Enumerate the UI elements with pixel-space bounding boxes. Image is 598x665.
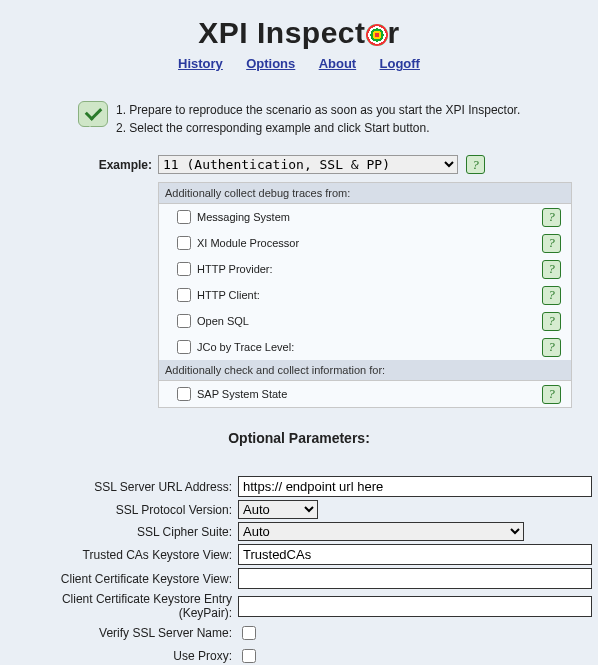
- client-ks-entry-input[interactable]: [238, 596, 592, 617]
- info-header: Additionally check and collect informati…: [159, 360, 571, 381]
- debug-item-label: XI Module Processor: [197, 237, 299, 249]
- debug-header: Additionally collect debug traces from:: [159, 183, 571, 204]
- nav-options[interactable]: Options: [246, 56, 295, 71]
- debug-item-row: HTTP Provider:?: [159, 256, 571, 282]
- info-item-label: SAP System State: [197, 388, 287, 400]
- debug-item-label: JCo by Trace Level:: [197, 341, 294, 353]
- debug-item-label: HTTP Client:: [197, 289, 260, 301]
- debug-item-checkbox[interactable]: [177, 262, 191, 276]
- help-icon[interactable]: ?: [466, 155, 485, 174]
- nav-history[interactable]: History: [178, 56, 223, 71]
- example-label: Example:: [6, 158, 158, 172]
- intro-line2: 2. Select the corresponding example and …: [116, 119, 520, 137]
- debug-item-row: Open SQL?: [159, 308, 571, 334]
- verify-checkbox[interactable]: [242, 626, 256, 640]
- client-ks-view-input[interactable]: [238, 568, 592, 589]
- target-icon: [366, 24, 388, 46]
- help-icon[interactable]: ?: [542, 234, 561, 253]
- debug-item-label: Open SQL: [197, 315, 249, 327]
- debug-item-checkbox[interactable]: [177, 340, 191, 354]
- intro-block: 1. Prepare to reproduce the scenario as …: [78, 101, 572, 137]
- help-icon[interactable]: ?: [542, 260, 561, 279]
- debug-item-label: Messaging System: [197, 211, 290, 223]
- debug-item-checkbox[interactable]: [177, 288, 191, 302]
- help-icon[interactable]: ?: [542, 312, 561, 331]
- info-item-checkbox[interactable]: [177, 387, 191, 401]
- debug-item-row: JCo by Trace Level:?: [159, 334, 571, 360]
- nav-bar: History Options About Logoff: [6, 56, 592, 71]
- title-pre: XPI Inspect: [198, 16, 365, 49]
- ssl-cipher-label: SSL Cipher Suite:: [6, 525, 238, 539]
- help-icon[interactable]: ?: [542, 286, 561, 305]
- info-item-row: SAP System State?: [159, 381, 571, 407]
- nav-about[interactable]: About: [319, 56, 357, 71]
- ssl-proto-label: SSL Protocol Version:: [6, 503, 238, 517]
- intro-line1: 1. Prepare to reproduce the scenario as …: [116, 101, 520, 119]
- help-icon[interactable]: ?: [542, 338, 561, 357]
- debug-item-row: HTTP Client:?: [159, 282, 571, 308]
- proxy-label: Use Proxy:: [6, 649, 238, 663]
- intro-bubble-icon: [78, 101, 108, 127]
- optional-params-title: Optional Parameters:: [6, 430, 592, 446]
- proxy-checkbox[interactable]: [242, 649, 256, 663]
- debug-item-row: Messaging System?: [159, 204, 571, 230]
- client-ks-view-label: Client Certificate Keystore View:: [6, 572, 238, 586]
- debug-panel: Additionally collect debug traces from: …: [158, 182, 572, 408]
- trusted-input[interactable]: [238, 544, 592, 565]
- trusted-label: Trusted CAs Keystore View:: [6, 548, 238, 562]
- client-ks-entry-label: Client Certificate Keystore Entry (KeyPa…: [6, 592, 238, 620]
- example-select[interactable]: 11 (Authentication, SSL & PP): [158, 155, 458, 174]
- help-icon[interactable]: ?: [542, 208, 561, 227]
- title-post: r: [388, 16, 400, 49]
- ssl-url-label: SSL Server URL Address:: [6, 480, 238, 494]
- check-icon: [84, 103, 102, 121]
- help-icon[interactable]: ?: [542, 385, 561, 404]
- ssl-cipher-select[interactable]: Auto: [238, 522, 524, 541]
- ssl-proto-select[interactable]: Auto: [238, 500, 318, 519]
- debug-item-checkbox[interactable]: [177, 210, 191, 224]
- ssl-url-input[interactable]: [238, 476, 592, 497]
- verify-label: Verify SSL Server Name:: [6, 626, 238, 640]
- debug-item-checkbox[interactable]: [177, 314, 191, 328]
- debug-item-label: HTTP Provider:: [197, 263, 273, 275]
- app-title: XPI Inspectr: [6, 16, 592, 50]
- nav-logoff[interactable]: Logoff: [380, 56, 420, 71]
- debug-item-row: XI Module Processor?: [159, 230, 571, 256]
- debug-item-checkbox[interactable]: [177, 236, 191, 250]
